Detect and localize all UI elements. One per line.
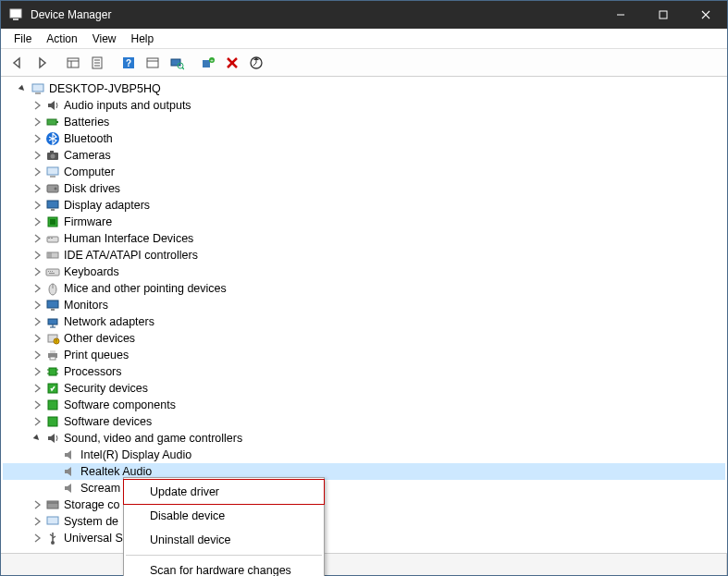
printer-icon	[45, 348, 60, 362]
svg-rect-34	[47, 167, 58, 175]
expand-icon[interactable]	[31, 249, 43, 262]
expand-icon[interactable]	[31, 265, 43, 278]
svg-point-32	[51, 154, 56, 159]
svg-rect-57	[48, 319, 57, 325]
battery-icon	[45, 115, 60, 129]
expand-icon[interactable]	[31, 515, 43, 528]
tree-category[interactable]: Disk drives	[3, 180, 725, 197]
tree-category[interactable]: Keyboards	[3, 263, 725, 280]
expand-icon[interactable]	[31, 332, 43, 345]
minimize-button[interactable]	[599, 1, 642, 29]
expand-icon[interactable]	[31, 165, 43, 178]
tree-category[interactable]: Display adapters	[3, 197, 725, 214]
tree-device[interactable]: Scream	[3, 480, 725, 496]
tree-category[interactable]: Bluetooth	[3, 130, 725, 147]
back-button[interactable]	[6, 52, 29, 74]
update-driver-button[interactable]	[245, 52, 267, 74]
title-bar: Device Manager	[1, 1, 727, 29]
expand-icon[interactable]	[31, 182, 43, 195]
display-icon	[45, 198, 60, 213]
scan-hardware-button[interactable]	[166, 52, 188, 74]
keyboard-icon	[45, 264, 60, 279]
toolbar: ? +	[1, 49, 727, 77]
status-bar	[1, 553, 727, 575]
mouse-icon	[45, 281, 60, 296]
expand-icon[interactable]	[31, 232, 43, 245]
close-button[interactable]	[685, 1, 727, 29]
expand-icon[interactable]	[31, 215, 43, 228]
tree-category[interactable]: System de	[3, 513, 725, 530]
tree-category[interactable]: Monitors	[3, 297, 725, 313]
expand-icon[interactable]	[31, 99, 43, 112]
expand-icon[interactable]	[31, 349, 43, 362]
tree-category[interactable]: Firmware	[3, 214, 725, 230]
tree-category[interactable]: Mice and other pointing devices	[3, 280, 725, 297]
tree-category[interactable]: Security devices	[3, 380, 725, 397]
monitor-icon	[45, 298, 60, 313]
tree-category[interactable]: Network adapters	[3, 313, 725, 330]
tree-category[interactable]: !Other devices	[3, 330, 725, 347]
collapse-icon[interactable]	[31, 432, 43, 445]
tree-category[interactable]: Storage co	[3, 496, 725, 513]
expand-icon[interactable]	[31, 282, 43, 295]
menu-action[interactable]: Action	[39, 31, 84, 47]
expand-icon[interactable]	[31, 116, 43, 129]
svg-rect-66	[49, 368, 56, 375]
properties-button[interactable]	[86, 52, 108, 74]
help-button[interactable]: ?	[117, 52, 140, 74]
tree-category[interactable]: Software components	[3, 397, 725, 413]
expand-icon[interactable]	[31, 398, 43, 411]
expand-icon[interactable]	[31, 315, 43, 328]
other-icon: !	[45, 331, 60, 346]
tree-category[interactable]: IDE ATA/ATAPI controllers	[3, 247, 725, 263]
expand-icon[interactable]	[31, 382, 43, 395]
root-label: DESKTOP-JVBP5HQ	[49, 80, 167, 97]
tree-category-sound[interactable]: Sound, video and game controllers	[3, 430, 725, 447]
svg-text:+: +	[210, 57, 214, 63]
context-scan-hardware[interactable]: Scan for hardware changes	[124, 558, 324, 576]
expand-icon[interactable]	[16, 82, 29, 95]
expand-icon[interactable]	[31, 498, 43, 511]
show-hide-console-button[interactable]	[62, 52, 84, 74]
tree-category[interactable]: Human Interface Devices	[3, 230, 725, 247]
svg-rect-27	[35, 92, 41, 94]
expand-icon[interactable]	[31, 199, 43, 212]
forward-button[interactable]	[31, 52, 53, 74]
svg-rect-6	[68, 58, 79, 67]
context-update-driver[interactable]: Update driver	[123, 479, 325, 505]
tree-category[interactable]: Batteries	[3, 114, 725, 130]
svg-rect-17	[171, 59, 180, 66]
software-dev-icon	[45, 414, 60, 429]
tree-device[interactable]: Intel(R) Display Audio	[3, 447, 725, 463]
expand-icon[interactable]	[31, 299, 43, 312]
menu-help[interactable]: Help	[124, 31, 162, 47]
expand-icon[interactable]	[31, 132, 43, 145]
tree-category[interactable]: Computer	[3, 164, 725, 180]
tree-category[interactable]: Software devices	[3, 413, 725, 430]
tree-category[interactable]: Processors	[3, 363, 725, 380]
svg-rect-15	[147, 58, 158, 67]
tree-device-selected[interactable]: Realtek Audio	[3, 463, 725, 480]
maximize-button[interactable]	[642, 1, 685, 29]
expand-icon[interactable]	[31, 415, 43, 428]
menu-view[interactable]: View	[85, 31, 124, 47]
device-tree[interactable]: DESKTOP-JVBP5HQ Audio inputs and outputs…	[1, 77, 727, 553]
expand-icon[interactable]	[31, 532, 43, 545]
action-button[interactable]	[142, 52, 164, 74]
svg-rect-41	[50, 219, 56, 225]
tree-root[interactable]: DESKTOP-JVBP5HQ	[3, 80, 725, 97]
tree-category[interactable]: Audio inputs and outputs	[3, 97, 725, 114]
add-legacy-button[interactable]: +	[197, 52, 219, 74]
tree-category[interactable]: Universal S	[3, 530, 725, 546]
context-disable-device[interactable]: Disable device	[124, 504, 324, 528]
storage-icon	[45, 497, 60, 512]
svg-rect-52	[49, 273, 55, 274]
expand-icon[interactable]	[31, 149, 43, 162]
menu-file[interactable]: File	[6, 31, 39, 47]
tree-category[interactable]: Print queues	[3, 347, 725, 363]
expand-icon[interactable]	[31, 365, 43, 378]
svg-rect-38	[47, 201, 58, 208]
uninstall-button[interactable]	[221, 52, 243, 74]
tree-category[interactable]: Cameras	[3, 147, 725, 164]
context-uninstall-device[interactable]: Uninstall device	[124, 528, 324, 552]
